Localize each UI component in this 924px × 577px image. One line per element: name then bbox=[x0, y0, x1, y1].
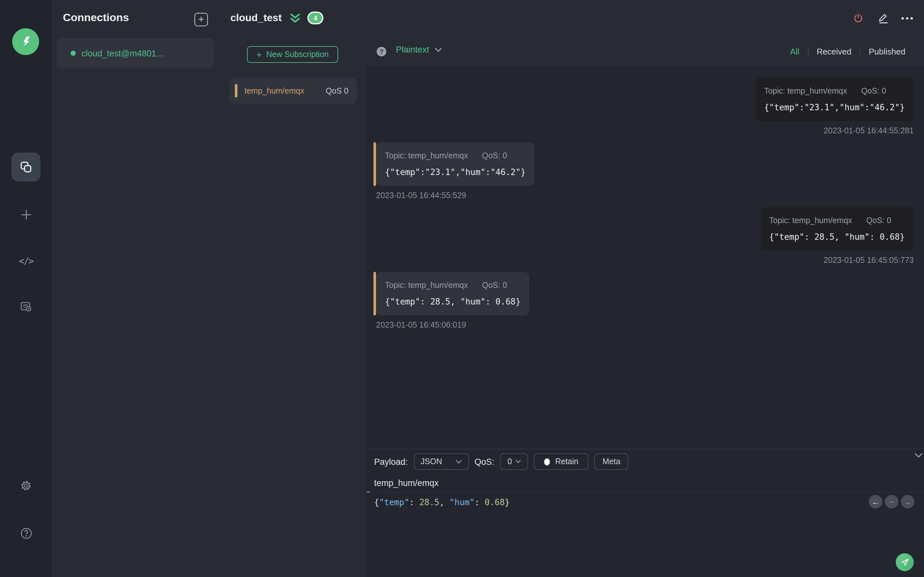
message-area: Topic: temp_hum/emqxQoS: 0{"temp":"23.1"… bbox=[367, 67, 924, 449]
message-topic: Topic: temp_hum/emqx bbox=[764, 87, 847, 95]
editor-token-key: "hum" bbox=[449, 498, 475, 507]
connection-title: cloud_test bbox=[230, 12, 282, 24]
editor-token-punct: : bbox=[475, 498, 485, 507]
editor-gutter-tick bbox=[367, 491, 370, 493]
icon-sidebar: </> bbox=[0, 0, 53, 577]
plus-icon: + bbox=[257, 49, 262, 60]
message-meta: Topic: temp_hum/emqxQoS: 0 bbox=[385, 281, 521, 290]
editor-token-key: "temp" bbox=[379, 498, 409, 507]
plus-icon: + bbox=[198, 13, 204, 24]
message-card[interactable]: Topic: temp_hum/emqxQoS: 0{"temp":"23.1"… bbox=[376, 142, 535, 186]
mqttx-app: </> bbox=[0, 0, 924, 577]
collapse-messages-button[interactable]: − bbox=[885, 495, 898, 508]
message-topic: Topic: temp_hum/emqx bbox=[385, 281, 468, 290]
message-navigation: ← − → bbox=[869, 495, 914, 508]
subscription-topic: temp_hum/emqx bbox=[244, 86, 304, 95]
sidebar-item-new-connection[interactable] bbox=[11, 200, 40, 229]
publish-topic-input[interactable]: temp_hum/emqx bbox=[374, 475, 916, 490]
publish-options-bar: Payload: JSON QoS: 0 Retain Meta bbox=[374, 453, 628, 470]
ellipsis-icon: ••• bbox=[901, 13, 915, 23]
message-list: Topic: temp_hum/emqxQoS: 0{"temp":"23.1"… bbox=[376, 77, 914, 330]
message-timestamp: 2023-01-05 16:45:05:773 bbox=[824, 256, 914, 265]
message-topic: Topic: temp_hum/emqx bbox=[769, 216, 852, 225]
editor-token-num: 28.5 bbox=[419, 498, 439, 507]
sidebar-item-connections[interactable] bbox=[11, 153, 40, 181]
edit-connection-button[interactable] bbox=[876, 10, 890, 26]
connections-icon bbox=[19, 160, 33, 174]
unread-count-badge: 4 bbox=[307, 11, 323, 24]
log-icon bbox=[19, 300, 33, 314]
message-payload: {"temp": 28.5, "hum": 0.68} bbox=[769, 232, 905, 242]
script-icon: </> bbox=[19, 255, 33, 266]
meta-button[interactable]: Meta bbox=[594, 453, 628, 470]
sidebar-item-settings[interactable] bbox=[11, 471, 40, 500]
message-card[interactable]: Topic: temp_hum/emqxQoS: 0{"temp": 28.5,… bbox=[376, 272, 530, 316]
help-icon bbox=[19, 526, 33, 540]
editor-divider bbox=[367, 492, 924, 492]
collapse-editor-icon[interactable] bbox=[914, 453, 923, 458]
message-timestamp: 2023-01-05 16:45:06:019 bbox=[376, 321, 466, 330]
messages-toolbar: ? Plaintext AllReceivedPublished bbox=[367, 36, 924, 68]
send-button[interactable] bbox=[896, 553, 914, 571]
message-payload: {"temp":"23.1","hum":"46.2"} bbox=[764, 103, 905, 112]
message-format-select[interactable]: Plaintext bbox=[396, 45, 442, 55]
gear-icon bbox=[19, 479, 33, 492]
prev-message-button[interactable]: ← bbox=[869, 495, 882, 508]
message-card[interactable]: Topic: temp_hum/emqxQoS: 0{"temp":"23.1"… bbox=[755, 77, 914, 121]
message-meta: Topic: temp_hum/emqxQoS: 0 bbox=[385, 151, 525, 160]
received-color-bar bbox=[373, 272, 376, 316]
message-filters: AllReceivedPublished bbox=[782, 36, 914, 67]
filter-published[interactable]: Published bbox=[861, 47, 914, 56]
disconnect-button[interactable] bbox=[851, 10, 865, 26]
qos-label: QoS: bbox=[475, 457, 494, 466]
chevron-down-icon bbox=[435, 47, 442, 52]
sidebar-item-log[interactable] bbox=[11, 292, 40, 321]
connection-name: cloud_test@m4801... bbox=[81, 48, 164, 58]
subscription-item[interactable]: temp_hum/emqx QoS 0 bbox=[230, 77, 357, 104]
message-row-received: Topic: temp_hum/emqxQoS: 0{"temp": 28.5,… bbox=[376, 272, 914, 330]
sidebar-item-script[interactable]: </> bbox=[11, 246, 40, 275]
sidebar-item-help[interactable] bbox=[11, 519, 40, 548]
filter-received[interactable]: Received bbox=[808, 47, 859, 56]
retain-dot-icon bbox=[544, 458, 550, 465]
payload-format-help-icon[interactable]: ? bbox=[376, 47, 386, 56]
message-row-received: Topic: temp_hum/emqxQoS: 0{"temp":"23.1"… bbox=[376, 142, 914, 200]
send-icon bbox=[900, 557, 910, 567]
message-payload: {"temp":"23.1","hum":"46.2"} bbox=[385, 167, 525, 177]
chevron-down-icon bbox=[455, 459, 462, 464]
message-qos: QoS: 0 bbox=[482, 151, 507, 160]
more-options-button[interactable]: ••• bbox=[901, 10, 915, 26]
message-qos: QoS: 0 bbox=[482, 281, 507, 290]
connection-list-item[interactable]: cloud_test@m4801... bbox=[57, 38, 214, 69]
message-timestamp: 2023-01-05 16:44:55:529 bbox=[376, 191, 466, 200]
editor-token-num: 0.68 bbox=[485, 498, 505, 507]
message-topic: Topic: temp_hum/emqx bbox=[385, 151, 468, 160]
filter-all[interactable]: All bbox=[782, 47, 808, 56]
publish-panel: Payload: JSON QoS: 0 Retain Meta bbox=[367, 449, 924, 577]
subscriptions-column: + New Subscription temp_hum/emqx QoS 0 bbox=[218, 36, 367, 577]
new-subscription-button[interactable]: + New Subscription bbox=[247, 46, 338, 63]
add-connection-button[interactable]: + bbox=[194, 13, 208, 26]
message-card[interactable]: Topic: temp_hum/emqxQoS: 0{"temp": 28.5,… bbox=[760, 207, 914, 251]
message-meta: Topic: temp_hum/emqxQoS: 0 bbox=[769, 216, 905, 225]
retain-toggle[interactable]: Retain bbox=[534, 453, 589, 470]
collapse-panel-icon[interactable] bbox=[289, 13, 301, 24]
message-row-published: Topic: temp_hum/emqxQoS: 0{"temp": 28.5,… bbox=[376, 207, 914, 265]
qos-select[interactable]: 0 bbox=[500, 453, 528, 470]
connections-panel: Connections + cloud_test@m4801... bbox=[52, 0, 219, 577]
message-qos: QoS: 0 bbox=[861, 87, 886, 95]
editor-token-punct: : bbox=[409, 498, 419, 507]
chevron-down-icon bbox=[515, 460, 521, 464]
editor-token-punct: } bbox=[505, 498, 510, 507]
mqttx-logo-icon bbox=[12, 28, 39, 55]
message-timestamp: 2023-01-05 16:44:55:281 bbox=[824, 126, 914, 135]
payload-format-label: Payload: bbox=[374, 457, 408, 466]
subscription-color-bar bbox=[235, 84, 237, 97]
message-meta: Topic: temp_hum/emqxQoS: 0 bbox=[764, 87, 905, 95]
connection-header: cloud_test 4 ••• bbox=[218, 0, 924, 37]
connections-title: Connections bbox=[63, 11, 129, 24]
received-color-bar bbox=[373, 142, 376, 186]
next-message-button[interactable]: → bbox=[901, 495, 914, 508]
payload-format-select[interactable]: JSON bbox=[414, 453, 469, 470]
payload-editor[interactable]: {"temp": 28.5, "hum": 0.68} bbox=[374, 498, 510, 507]
